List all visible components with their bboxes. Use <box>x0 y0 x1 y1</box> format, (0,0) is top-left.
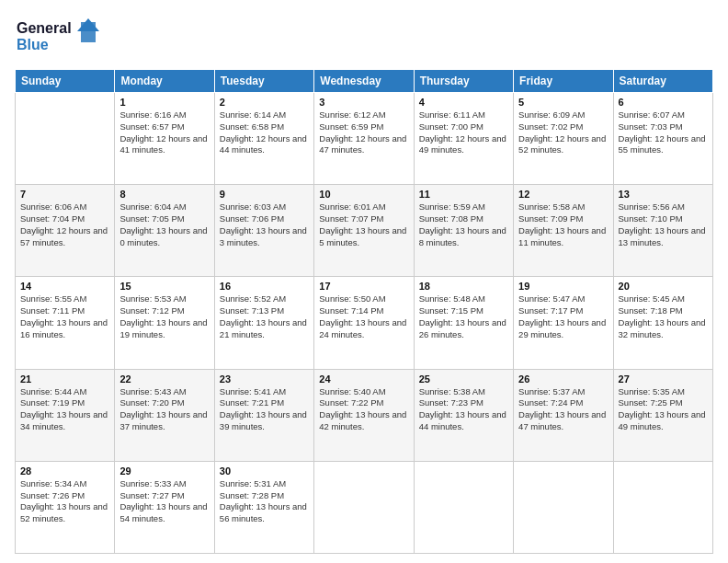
calendar-cell: 17Sunrise: 5:50 AMSunset: 7:14 PMDayligh… <box>314 277 414 369</box>
calendar-cell: 19Sunrise: 5:47 AMSunset: 7:17 PMDayligh… <box>514 277 613 369</box>
cell-info: Sunrise: 6:12 AMSunset: 6:59 PMDaylight:… <box>319 109 408 156</box>
calendar-cell: 22Sunrise: 5:43 AMSunset: 7:20 PMDayligh… <box>115 369 214 461</box>
day-number: 5 <box>518 97 608 108</box>
cell-info: Sunrise: 5:59 AMSunset: 7:08 PMDaylight:… <box>419 201 508 248</box>
weekday-header: Wednesday <box>314 70 414 93</box>
calendar-cell: 30Sunrise: 5:31 AMSunset: 7:28 PMDayligh… <box>214 461 313 553</box>
cell-info: Sunrise: 6:16 AMSunset: 6:57 PMDaylight:… <box>119 109 209 156</box>
cell-info: Sunrise: 6:03 AMSunset: 7:06 PMDaylight:… <box>220 201 309 248</box>
calendar-table: SundayMondayTuesdayWednesdayThursdayFrid… <box>15 69 713 554</box>
day-number: 19 <box>518 281 608 292</box>
day-number: 30 <box>220 465 309 477</box>
day-number: 17 <box>319 281 408 292</box>
calendar-body: 1Sunrise: 6:16 AMSunset: 6:57 PMDaylight… <box>16 93 713 554</box>
cell-info: Sunrise: 5:55 AMSunset: 7:11 PMDaylight:… <box>20 293 109 340</box>
day-number: 29 <box>119 465 209 477</box>
weekday-header: Tuesday <box>214 70 313 93</box>
day-number: 28 <box>20 465 109 477</box>
cell-info: Sunrise: 5:33 AMSunset: 7:27 PMDaylight:… <box>119 478 209 525</box>
day-number: 10 <box>319 189 408 200</box>
cell-info: Sunrise: 5:56 AMSunset: 7:10 PMDaylight:… <box>619 201 708 248</box>
svg-text:Blue: Blue <box>17 37 49 52</box>
cell-info: Sunrise: 5:53 AMSunset: 7:12 PMDaylight:… <box>119 293 209 340</box>
calendar-cell: 16Sunrise: 5:52 AMSunset: 7:13 PMDayligh… <box>214 277 313 369</box>
day-number: 16 <box>220 281 309 292</box>
cell-info: Sunrise: 5:38 AMSunset: 7:23 PMDaylight:… <box>419 386 508 433</box>
cell-info: Sunrise: 5:40 AMSunset: 7:22 PMDaylight:… <box>319 386 408 433</box>
day-number: 7 <box>20 189 109 200</box>
calendar-cell <box>16 93 115 185</box>
calendar-cell: 29Sunrise: 5:33 AMSunset: 7:27 PMDayligh… <box>115 461 214 553</box>
calendar-cell: 5Sunrise: 6:09 AMSunset: 7:02 PMDaylight… <box>514 93 613 185</box>
cell-info: Sunrise: 6:06 AMSunset: 7:04 PMDaylight:… <box>20 201 109 248</box>
day-number: 9 <box>220 189 309 200</box>
day-number: 23 <box>220 373 309 385</box>
cell-info: Sunrise: 6:09 AMSunset: 7:02 PMDaylight:… <box>518 109 608 156</box>
calendar-cell: 11Sunrise: 5:59 AMSunset: 7:08 PMDayligh… <box>414 185 513 277</box>
cell-info: Sunrise: 6:04 AMSunset: 7:05 PMDaylight:… <box>119 201 209 248</box>
calendar-week-row: 7Sunrise: 6:06 AMSunset: 7:04 PMDaylight… <box>16 185 713 277</box>
calendar-cell: 9Sunrise: 6:03 AMSunset: 7:06 PMDaylight… <box>214 185 313 277</box>
calendar-cell <box>314 461 414 553</box>
day-number: 24 <box>319 373 408 385</box>
calendar-cell: 1Sunrise: 6:16 AMSunset: 6:57 PMDaylight… <box>115 93 214 185</box>
cell-info: Sunrise: 5:31 AMSunset: 7:28 PMDaylight:… <box>220 478 309 525</box>
day-number: 22 <box>119 373 209 385</box>
calendar-week-row: 21Sunrise: 5:44 AMSunset: 7:19 PMDayligh… <box>16 369 713 461</box>
logo-icon: General Blue <box>15 15 102 56</box>
day-number: 20 <box>619 281 708 292</box>
weekday-header: Sunday <box>16 70 115 93</box>
page: General Blue SundayMondayTuesdayWednesda… <box>0 0 728 563</box>
cell-info: Sunrise: 5:43 AMSunset: 7:20 PMDaylight:… <box>119 386 209 433</box>
day-number: 25 <box>419 373 508 385</box>
calendar-cell: 10Sunrise: 6:01 AMSunset: 7:07 PMDayligh… <box>314 185 414 277</box>
logo: General Blue <box>15 15 102 60</box>
calendar-cell: 7Sunrise: 6:06 AMSunset: 7:04 PMDaylight… <box>16 185 115 277</box>
cell-info: Sunrise: 6:01 AMSunset: 7:07 PMDaylight:… <box>319 201 408 248</box>
day-number: 8 <box>119 189 209 200</box>
calendar-cell: 21Sunrise: 5:44 AMSunset: 7:19 PMDayligh… <box>16 369 115 461</box>
cell-info: Sunrise: 6:07 AMSunset: 7:03 PMDaylight:… <box>619 109 708 156</box>
calendar-cell: 23Sunrise: 5:41 AMSunset: 7:21 PMDayligh… <box>214 369 313 461</box>
header: General Blue <box>15 15 713 60</box>
cell-info: Sunrise: 5:35 AMSunset: 7:25 PMDaylight:… <box>619 386 708 433</box>
svg-marker-3 <box>77 18 99 31</box>
calendar-week-row: 28Sunrise: 5:34 AMSunset: 7:26 PMDayligh… <box>16 461 713 553</box>
calendar-cell <box>613 461 712 553</box>
day-number: 1 <box>119 97 209 108</box>
cell-info: Sunrise: 5:37 AMSunset: 7:24 PMDaylight:… <box>518 386 608 433</box>
calendar-cell: 20Sunrise: 5:45 AMSunset: 7:18 PMDayligh… <box>613 277 712 369</box>
cell-info: Sunrise: 5:48 AMSunset: 7:15 PMDaylight:… <box>419 293 508 340</box>
calendar-cell: 12Sunrise: 5:58 AMSunset: 7:09 PMDayligh… <box>514 185 613 277</box>
day-number: 4 <box>419 97 508 108</box>
day-number: 13 <box>619 189 708 200</box>
calendar-cell: 25Sunrise: 5:38 AMSunset: 7:23 PMDayligh… <box>414 369 513 461</box>
cell-info: Sunrise: 5:44 AMSunset: 7:19 PMDaylight:… <box>20 386 109 433</box>
calendar-cell: 4Sunrise: 6:11 AMSunset: 7:00 PMDaylight… <box>414 93 513 185</box>
day-number: 2 <box>220 97 309 108</box>
day-number: 11 <box>419 189 508 200</box>
cell-info: Sunrise: 5:34 AMSunset: 7:26 PMDaylight:… <box>20 478 109 525</box>
cell-info: Sunrise: 5:41 AMSunset: 7:21 PMDaylight:… <box>220 386 309 433</box>
calendar-cell: 3Sunrise: 6:12 AMSunset: 6:59 PMDaylight… <box>314 93 414 185</box>
cell-info: Sunrise: 5:45 AMSunset: 7:18 PMDaylight:… <box>619 293 708 340</box>
day-number: 21 <box>20 373 109 385</box>
weekday-header: Monday <box>115 70 214 93</box>
calendar-cell: 27Sunrise: 5:35 AMSunset: 7:25 PMDayligh… <box>613 369 712 461</box>
calendar-cell: 8Sunrise: 6:04 AMSunset: 7:05 PMDaylight… <box>115 185 214 277</box>
day-number: 18 <box>419 281 508 292</box>
calendar-cell: 15Sunrise: 5:53 AMSunset: 7:12 PMDayligh… <box>115 277 214 369</box>
weekday-header: Friday <box>514 70 613 93</box>
cell-info: Sunrise: 6:11 AMSunset: 7:00 PMDaylight:… <box>419 109 508 156</box>
day-number: 3 <box>319 97 408 108</box>
calendar-cell <box>414 461 513 553</box>
calendar-cell: 18Sunrise: 5:48 AMSunset: 7:15 PMDayligh… <box>414 277 513 369</box>
day-number: 6 <box>619 97 708 108</box>
weekday-header: Saturday <box>613 70 712 93</box>
day-number: 14 <box>20 281 109 292</box>
calendar-cell: 6Sunrise: 6:07 AMSunset: 7:03 PMDaylight… <box>613 93 712 185</box>
calendar-cell <box>514 461 613 553</box>
day-number: 26 <box>518 373 608 385</box>
cell-info: Sunrise: 6:14 AMSunset: 6:58 PMDaylight:… <box>220 109 309 156</box>
day-number: 27 <box>619 373 708 385</box>
